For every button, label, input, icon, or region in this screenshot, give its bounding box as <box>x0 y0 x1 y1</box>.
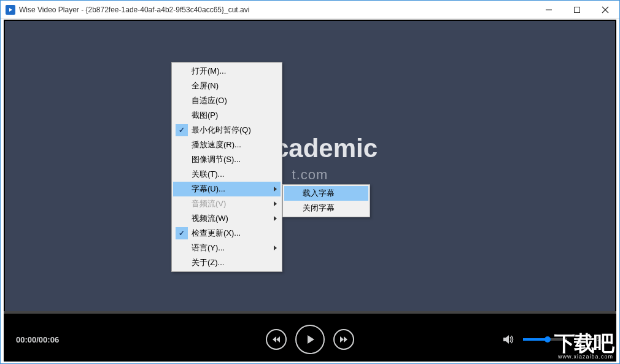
center-controls <box>266 325 354 354</box>
window-title: Wise Video Player - {2b872fee-1ade-40af-… <box>19 6 249 14</box>
close-button[interactable] <box>591 1 619 18</box>
window-buttons <box>535 1 619 18</box>
play-button[interactable] <box>295 325 325 354</box>
app-icon <box>6 5 15 15</box>
menu-item-label: 打开(M)... <box>192 66 226 77</box>
menu-item[interactable]: 播放速度(R)... <box>173 137 281 152</box>
menu-item[interactable]: 关于(Z)... <box>173 255 281 270</box>
control-row: 00:00/00:06 A <box>4 322 616 357</box>
menu-item-label: 语言(Y)... <box>192 242 225 254</box>
menu-item-label: 字幕(U)... <box>192 184 225 195</box>
submenu-item[interactable]: 关闭字幕 <box>284 201 368 215</box>
rewind-button[interactable] <box>266 329 287 350</box>
menu-item[interactable]: 视频流(W) <box>173 211 281 226</box>
menu-item[interactable]: 自适应(O) <box>173 93 281 108</box>
svg-marker-7 <box>340 336 344 343</box>
menu-item-label: 图像调节(S)... <box>192 154 241 165</box>
svg-rect-1 <box>575 7 580 12</box>
menu-item[interactable]: 检查更新(X)... <box>173 226 281 241</box>
svg-marker-9 <box>503 335 509 344</box>
svg-marker-6 <box>308 335 314 344</box>
check-icon <box>176 227 188 239</box>
menu-item[interactable]: 关联(T)... <box>173 167 281 182</box>
menu-item-label: 音频流(V) <box>192 198 226 209</box>
submenu-item-label: 载入字幕 <box>303 188 335 199</box>
menu-item-label: 截图(P) <box>192 110 218 121</box>
svg-marker-4 <box>273 336 276 343</box>
right-controls: A <box>503 331 604 347</box>
menu-item[interactable]: 字幕(U)... <box>173 182 281 196</box>
menu-item[interactable]: 截图(P) <box>173 108 281 123</box>
menu-item-label: 关于(Z)... <box>192 257 224 268</box>
menu-item: 音频流(V) <box>173 196 281 211</box>
menu-item-label: 自适应(O) <box>192 95 227 106</box>
menu-item[interactable]: 语言(Y)... <box>173 241 281 255</box>
progress-bar[interactable] <box>4 311 616 314</box>
menu-item[interactable]: 最小化时暂停(Q) <box>173 123 281 137</box>
subtitle-toggle[interactable]: A <box>594 331 604 347</box>
submenu-arrow-icon <box>274 187 277 192</box>
svg-marker-8 <box>344 336 347 343</box>
context-menu: 打开(M)...全屏(N)自适应(O)截图(P)最小化时暂停(Q)播放速度(R)… <box>171 62 282 272</box>
menu-item-label: 最小化时暂停(Q) <box>192 125 251 136</box>
menu-item-label: 关联(T)... <box>192 169 224 180</box>
submenu-arrow-icon <box>274 216 277 221</box>
submenu-item[interactable]: 载入字幕 <box>284 186 368 201</box>
volume-fill <box>523 338 548 341</box>
menu-item[interactable]: 图像调节(S)... <box>173 152 281 167</box>
forward-button[interactable] <box>333 329 354 350</box>
menu-item[interactable]: 打开(M)... <box>173 64 281 79</box>
menu-item-label: 全屏(N) <box>192 80 219 91</box>
time-display: 00:00/00:06 <box>16 335 59 344</box>
minimize-button[interactable] <box>535 1 563 18</box>
player-controls: 00:00/00:06 A <box>4 311 616 362</box>
volume-icon[interactable] <box>503 335 514 344</box>
video-area[interactable]: i Academic t.com edge <box>4 20 616 311</box>
menu-item[interactable]: 全屏(N) <box>173 79 281 93</box>
check-icon <box>176 124 188 136</box>
svg-marker-5 <box>276 336 280 343</box>
menu-item-label: 播放速度(R)... <box>192 139 241 150</box>
eject-button[interactable] <box>576 336 586 343</box>
submenu-arrow-icon <box>274 246 277 250</box>
titlebar: Wise Video Player - {2b872fee-1ade-40af-… <box>1 1 619 19</box>
context-submenu: 载入字幕关闭字幕 <box>282 184 370 217</box>
menu-item-label: 视频流(W) <box>192 213 228 224</box>
submenu-item-label: 关闭字幕 <box>303 203 335 214</box>
menu-item-label: 检查更新(X)... <box>192 228 241 239</box>
maximize-button[interactable] <box>563 1 591 18</box>
volume-slider[interactable] <box>523 338 567 341</box>
submenu-arrow-icon <box>274 201 277 206</box>
